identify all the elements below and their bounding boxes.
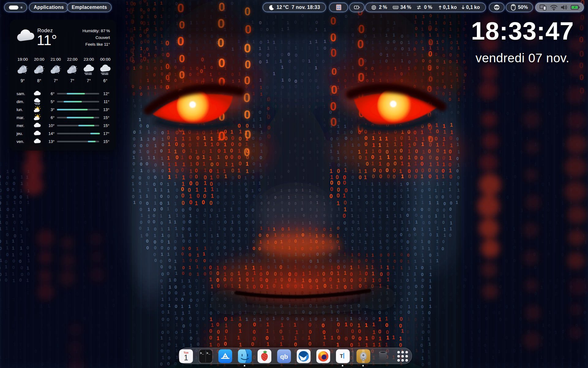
- svg-text:0: 0: [350, 129, 353, 135]
- svg-text:1: 1: [295, 162, 297, 166]
- svg-text:0: 0: [253, 336, 255, 342]
- svg-text:0: 0: [244, 146, 250, 159]
- svg-text:0: 0: [371, 335, 374, 341]
- svg-text:0: 0: [273, 208, 275, 212]
- svg-text:0: 0: [274, 343, 276, 347]
- svg-text:0: 0: [267, 125, 270, 131]
- svg-text:0: 0: [232, 322, 235, 327]
- svg-text:1: 1: [280, 91, 282, 95]
- svg-text:1: 1: [224, 335, 227, 341]
- svg-text:1: 1: [258, 180, 261, 186]
- svg-text:1: 1: [357, 220, 360, 225]
- svg-text:0: 0: [301, 323, 303, 328]
- svg-text:1: 1: [352, 39, 354, 44]
- svg-text:0: 0: [351, 161, 354, 166]
- svg-text:0: 0: [274, 195, 277, 200]
- svg-text:0: 0: [253, 322, 256, 328]
- svg-text:1: 1: [436, 245, 439, 250]
- svg-text:1: 1: [338, 207, 340, 211]
- svg-text:0: 0: [252, 219, 254, 224]
- svg-text:0: 0: [393, 201, 396, 206]
- svg-text:1: 1: [239, 66, 241, 71]
- svg-text:0: 0: [217, 36, 224, 49]
- svg-text:1: 1: [449, 181, 452, 186]
- svg-text:0: 0: [421, 322, 424, 327]
- svg-text:0: 0: [442, 66, 444, 71]
- svg-text:0: 0: [345, 136, 347, 141]
- svg-text:1: 1: [253, 98, 255, 103]
- svg-text:0: 0: [189, 322, 192, 328]
- svg-text:1: 1: [302, 195, 304, 200]
- svg-text:0: 0: [252, 252, 255, 258]
- svg-text:0: 0: [351, 149, 353, 154]
- svg-text:0: 0: [139, 181, 141, 186]
- svg-text:1: 1: [317, 163, 319, 167]
- svg-text:0: 0: [415, 355, 418, 360]
- svg-text:0: 0: [309, 150, 311, 155]
- svg-text:0: 0: [317, 91, 319, 95]
- svg-text:0: 0: [457, 195, 459, 200]
- svg-text:0: 0: [174, 239, 177, 244]
- svg-text:0: 0: [436, 128, 439, 134]
- svg-text:0: 0: [380, 253, 382, 258]
- svg-text:0: 0: [386, 220, 388, 225]
- svg-text:0: 0: [217, 200, 219, 205]
- svg-text:0: 0: [165, 39, 169, 47]
- svg-text:0: 0: [203, 290, 205, 295]
- svg-text:0: 0: [132, 292, 134, 296]
- svg-text:1: 1: [239, 129, 242, 135]
- svg-text:0: 0: [132, 84, 134, 89]
- svg-text:0: 0: [197, 341, 199, 347]
- svg-text:0: 0: [190, 297, 192, 303]
- svg-text:0: 0: [308, 72, 311, 77]
- svg-text:0: 0: [189, 258, 192, 263]
- svg-text:0: 0: [322, 168, 324, 173]
- svg-text:1: 1: [132, 123, 134, 128]
- svg-text:0: 0: [386, 238, 388, 243]
- svg-text:0: 0: [379, 188, 381, 193]
- svg-text:1: 1: [211, 186, 214, 192]
- svg-text:0: 0: [266, 85, 269, 90]
- svg-text:1: 1: [365, 322, 368, 328]
- svg-text:1: 1: [281, 322, 283, 328]
- svg-text:1: 1: [259, 77, 262, 82]
- svg-text:0: 0: [428, 329, 430, 334]
- svg-text:0: 0: [202, 199, 205, 205]
- svg-text:1: 1: [330, 174, 333, 180]
- svg-text:0: 0: [336, 136, 339, 141]
- svg-text:1: 1: [168, 148, 170, 154]
- svg-text:1: 1: [428, 316, 431, 321]
- svg-text:0: 0: [352, 174, 354, 180]
- svg-text:0: 0: [237, 213, 240, 219]
- svg-text:1: 1: [161, 232, 164, 238]
- svg-text:0: 0: [239, 251, 242, 257]
- svg-text:1: 1: [364, 155, 367, 161]
- svg-text:0: 0: [274, 98, 277, 103]
- svg-text:1: 1: [175, 348, 178, 353]
- svg-text:0: 0: [413, 46, 416, 52]
- svg-text:0: 0: [378, 329, 381, 335]
- svg-text:0: 0: [209, 335, 212, 341]
- svg-text:0: 0: [217, 194, 219, 199]
- svg-text:0: 0: [275, 91, 277, 96]
- svg-text:1: 1: [371, 253, 374, 258]
- svg-text:0: 0: [394, 259, 396, 264]
- svg-text:0: 0: [385, 46, 388, 51]
- svg-text:1: 1: [309, 98, 311, 102]
- svg-text:0: 0: [196, 323, 198, 328]
- svg-text:0: 0: [133, 129, 136, 135]
- svg-text:1: 1: [204, 207, 206, 213]
- svg-text:0: 0: [287, 111, 289, 116]
- svg-text:1: 1: [266, 195, 268, 199]
- svg-text:1: 1: [251, 188, 254, 193]
- svg-text:0: 0: [153, 72, 156, 77]
- svg-text:0: 0: [324, 45, 326, 51]
- svg-text:1: 1: [421, 335, 424, 341]
- svg-text:0: 0: [231, 72, 234, 77]
- svg-text:1: 1: [399, 213, 402, 218]
- svg-text:0: 0: [400, 291, 402, 296]
- svg-text:0: 0: [457, 175, 460, 180]
- svg-text:0: 0: [195, 168, 198, 174]
- svg-text:0: 0: [146, 117, 149, 121]
- svg-text:0: 0: [244, 181, 247, 186]
